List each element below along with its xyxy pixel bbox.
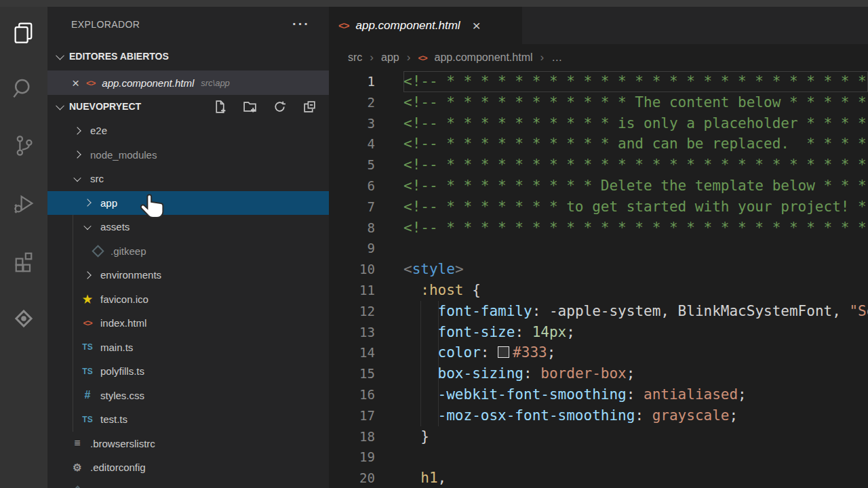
line-content[interactable]: <!-- * * * * * * * * * * and can be repl… [403, 134, 868, 155]
run-debug-icon[interactable] [0, 180, 47, 227]
line-content[interactable]: -webkit-font-smoothing: antialiased; [403, 384, 868, 405]
source-control-icon[interactable] [0, 122, 47, 169]
line-content[interactable]: :host { [403, 280, 868, 301]
chevron-down-icon [73, 174, 81, 182]
indent-guide [420, 301, 421, 426]
line-content[interactable]: <!-- * * * * * * * * * * * * * * * * * *… [403, 71, 868, 92]
tree-item-label: assets [100, 221, 130, 232]
html-file-icon: <> [338, 20, 349, 31]
tree-item-label: src [90, 173, 104, 184]
tree-item-label: .browserslistrc [90, 438, 155, 449]
line-content[interactable]: color: #333; [403, 342, 868, 363]
file-tree: e2enode_modulessrcappassets.gitkeepenvir… [47, 119, 329, 488]
breadcrumb-file[interactable]: app.component.html [435, 52, 533, 64]
twisty [70, 152, 85, 157]
close-icon[interactable]: × [473, 18, 481, 33]
new-file-icon[interactable] [213, 100, 227, 114]
tree-item-app[interactable]: app [47, 191, 329, 216]
line-number: 6 [329, 176, 403, 197]
line-content[interactable] [403, 238, 868, 259]
files-icon[interactable] [0, 9, 47, 56]
line-content[interactable]: <!-- * * * * * * * * * * * * * * * * * *… [403, 218, 868, 239]
tree-item-e2e[interactable]: e2e [47, 119, 329, 143]
tree-item-main-ts[interactable]: TSmain.ts [47, 336, 329, 360]
line-number: 12 [329, 301, 403, 322]
css-file-icon: # [85, 389, 91, 401]
breadcrumb-app[interactable]: app [381, 52, 399, 64]
line-content[interactable]: font-size: 14px; [403, 322, 868, 343]
tree-item-label: polyfills.ts [100, 365, 144, 377]
tree-item-styles-css[interactable]: #styles.css [47, 384, 329, 408]
chevron-down-icon [56, 51, 64, 60]
line-content[interactable]: <style> [403, 259, 868, 280]
tree-item-index-html[interactable]: <>index.html [47, 311, 329, 336]
tree-item-environments[interactable]: environments [47, 263, 329, 287]
line-content[interactable]: h1, [403, 468, 868, 488]
collapse-folders-icon[interactable] [302, 100, 317, 114]
tree-item-label: app [100, 197, 117, 209]
line-number: 3 [329, 113, 403, 134]
chevron-right-icon [73, 151, 81, 159]
star-file-icon: ★ [83, 293, 92, 306]
code-line-15: 15 box-sizing: border-box; [329, 363, 868, 384]
tree-item-gitkeep[interactable]: .gitkeep [47, 239, 329, 264]
tab-bar: <> app.component.html × [329, 7, 868, 44]
tab-app-component-html[interactable]: <> app.component.html × [329, 7, 522, 44]
line-content[interactable] [403, 447, 868, 468]
open-editors-section-header[interactable]: EDITORES ABIERTOS [47, 42, 329, 70]
line-content[interactable]: } [403, 426, 868, 447]
line-content[interactable]: <!-- * * * * * * * to get started with y… [403, 197, 868, 218]
line-number: 9 [329, 238, 403, 259]
tree-item-label: test.ts [100, 413, 127, 425]
tree-item-polyfills-ts[interactable]: TSpolyfills.ts [47, 359, 329, 384]
tab-label: app.component.html [356, 19, 460, 33]
code-line-19: 19 [329, 447, 868, 468]
tree-item-label: main.ts [100, 342, 133, 353]
breadcrumb-src[interactable]: src [348, 52, 362, 64]
breadcrumb-symbol-ellipsis[interactable]: … [551, 52, 562, 64]
list-file-icon: ≡ [74, 437, 80, 449]
code-line-20: 20 h1, [329, 468, 868, 488]
tree-item-assets[interactable]: assets [47, 215, 329, 239]
new-folder-icon[interactable] [243, 100, 257, 114]
chevron-right-icon: › [370, 51, 374, 64]
more-actions-icon[interactable]: ··· [292, 16, 310, 32]
tree-item-test-ts[interactable]: TStest.ts [47, 407, 329, 432]
code-line-14: 14 color: #333; [329, 342, 868, 363]
line-content[interactable]: <!-- * * * * * * * * * * * The content b… [403, 92, 868, 113]
twisty [80, 200, 95, 205]
code-line-9: 9 [329, 238, 868, 259]
window-title-bar [0, 0, 868, 7]
refresh-explorer-icon[interactable] [273, 100, 287, 114]
close-icon[interactable]: × [72, 77, 79, 89]
tree-item-src[interactable]: src [47, 167, 329, 191]
line-content[interactable]: -moz-osx-font-smoothing: grayscale; [403, 405, 868, 426]
code-line-4: 4<!-- * * * * * * * * * * and can be rep… [329, 134, 868, 155]
tree-item-gitignore[interactable]: .gitignore [47, 480, 329, 488]
line-content[interactable]: <!-- * * * * * * * * * * is only a place… [403, 113, 868, 134]
tree-item-editorconfig[interactable]: ⚙.editorconfig [47, 455, 329, 480]
html-file-icon: <> [418, 53, 427, 63]
file-icon: TS [80, 342, 95, 352]
file-icon: <> [80, 318, 95, 328]
angular-console-icon[interactable] [0, 295, 47, 342]
tree-item-browserslistrc[interactable]: ≡.browserslistrc [47, 432, 329, 456]
extensions-icon[interactable] [0, 237, 47, 285]
project-section-header[interactable]: NUEVOPRYECT [47, 94, 329, 119]
search-icon[interactable] [0, 65, 47, 113]
line-number: 1 [329, 71, 403, 92]
file-icon: TS [80, 415, 95, 424]
line-content[interactable]: <!-- * * * * * * * * * Delete the templa… [403, 176, 868, 197]
open-editor-path: src\app [201, 78, 230, 88]
line-number: 5 [329, 155, 403, 176]
tree-item-label: environments [100, 269, 161, 281]
file-icon: ≡ [70, 437, 85, 449]
tree-item-favicon-ico[interactable]: ★favicon.ico [47, 287, 329, 312]
tree-item-node-modules[interactable]: node_modules [47, 143, 329, 167]
html-file-icon: <> [86, 78, 95, 88]
line-content[interactable]: font-family: -apple-system, BlinkMacSyst… [403, 301, 868, 322]
line-content[interactable]: <!-- * * * * * * * * * * * * * * * * * *… [403, 155, 868, 176]
line-content[interactable]: box-sizing: border-box; [403, 363, 868, 384]
code-area[interactable]: 1<!-- * * * * * * * * * * * * * * * * * … [329, 71, 868, 488]
open-editor-item[interactable]: × <> app.component.html src\app [47, 70, 329, 95]
